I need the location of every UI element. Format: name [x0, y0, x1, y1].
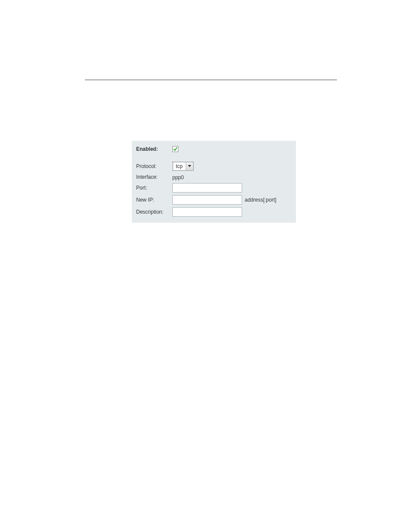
description-label: Description: [136, 209, 172, 215]
row-newip: New IP: address[:port] [136, 195, 292, 205]
newip-label: New IP: [136, 197, 172, 203]
config-panel: Enabled: Protocol: tcp Interface: ppp0 [132, 141, 296, 223]
row-enabled: Enabled: [136, 146, 292, 152]
enabled-label: Enabled: [136, 146, 172, 152]
row-interface: Interface: ppp0 [136, 174, 292, 180]
interface-label: Interface: [136, 174, 172, 180]
newip-suffix: address[:port] [245, 197, 276, 203]
port-label: Port: [136, 185, 172, 191]
newip-input[interactable] [172, 195, 242, 205]
port-input[interactable] [172, 183, 242, 193]
enabled-checkbox[interactable] [172, 146, 178, 152]
divider-line [85, 80, 337, 80]
protocol-select[interactable]: tcp [172, 162, 194, 171]
row-description: Description: [136, 207, 292, 217]
row-protocol: Protocol: tcp [136, 162, 292, 171]
description-input[interactable] [172, 207, 242, 217]
protocol-label: Protocol: [136, 163, 172, 169]
interface-value: ppp0 [172, 174, 184, 180]
chevron-down-icon [186, 162, 193, 171]
row-port: Port: [136, 183, 292, 193]
check-icon [173, 147, 177, 151]
protocol-select-value: tcp [173, 162, 186, 171]
